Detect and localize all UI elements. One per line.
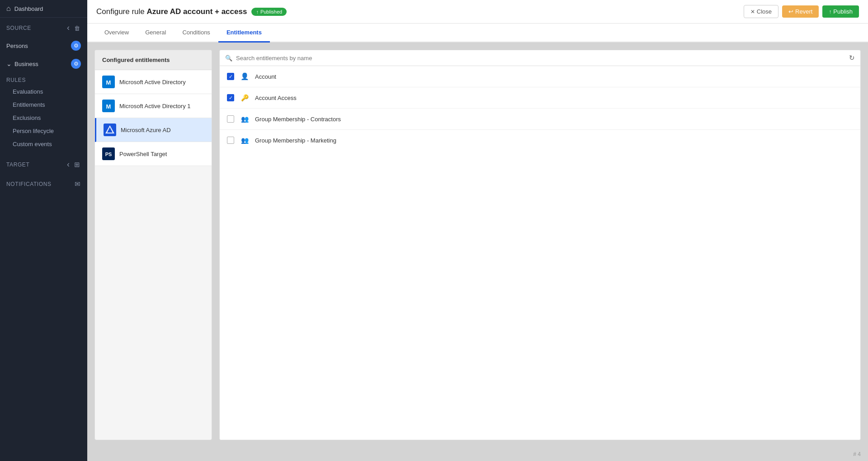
group-marketing-icon: 👥: [240, 135, 250, 145]
tab-general[interactable]: General: [137, 24, 174, 43]
entitlement-row-account-access: 🔑 Account Access: [220, 87, 860, 109]
home-icon: [6, 5, 11, 13]
entitlement-label-group-marketing: Group Membership - Marketing: [255, 137, 336, 144]
search-icon: [225, 54, 232, 62]
powershell-icon: PS: [102, 147, 115, 160]
tabs-bar: Overview General Conditions Entitlements: [87, 24, 868, 43]
topbar: Configure rule Azure AD account + access…: [87, 0, 868, 24]
configured-entitlements-header: Configured entitlements: [95, 50, 212, 70]
tab-conditions[interactable]: Conditions: [174, 24, 218, 43]
refresh-button[interactable]: [849, 54, 855, 62]
search-input[interactable]: [236, 55, 845, 62]
business-gear-btn[interactable]: [71, 59, 81, 69]
chevron-down-icon: [6, 60, 12, 67]
publish-upload-icon: ↑: [829, 9, 831, 15]
main-content: Configure rule Azure AD account + access…: [87, 0, 868, 461]
entitlement-checkbox-group-marketing[interactable]: [227, 137, 234, 144]
entitlement-checkbox-account-access[interactable]: [227, 94, 234, 101]
sidebar: Dashboard Source Persons Business: [0, 0, 87, 461]
svg-text:PS: PS: [105, 152, 112, 157]
source-item-microsoft-ad[interactable]: M Microsoft Active Directory: [95, 70, 212, 94]
tab-overview[interactable]: Overview: [96, 24, 137, 43]
upload-icon: ↑: [256, 9, 259, 14]
sidebar-dashboard-label: Dashboard: [14, 5, 43, 12]
sidebar-target-header: Target: [0, 154, 87, 174]
search-bar-container: [220, 50, 860, 66]
trash-icon: [74, 24, 80, 32]
sidebar-source-trash-btn[interactable]: [73, 24, 81, 33]
configured-entitlements-panel: Configured entitlements M Microsoft Acti…: [94, 50, 212, 440]
sidebar-item-custom-events[interactable]: Custom events: [0, 138, 87, 151]
source-item-powershell[interactable]: PS PowerShell Target: [95, 142, 212, 166]
sidebar-persons-label: Persons: [6, 43, 28, 49]
topbar-right: Close Revert ↑ Publish: [744, 5, 859, 18]
sidebar-rules-label: Rules: [0, 73, 87, 85]
persons-gear-btn[interactable]: [71, 41, 81, 51]
sidebar-item-exclusions[interactable]: Exclusions: [0, 111, 87, 124]
target-chevron-left-icon: [67, 161, 70, 168]
entitlements-right-panel: 👤 Account 🔑 Account Access 👥: [219, 50, 861, 440]
refresh-icon: [849, 54, 855, 62]
account-access-key-icon: 🔑: [240, 93, 250, 103]
status-badge: ↑ Published: [251, 8, 287, 16]
svg-text:M: M: [106, 103, 111, 110]
account-person-icon: 👤: [240, 71, 250, 81]
sidebar-item-entitlements[interactable]: Entitlements: [0, 98, 87, 111]
entitlement-row-group-marketing: 👥 Group Membership - Marketing: [220, 130, 860, 151]
mail-icon: [75, 180, 81, 188]
chevron-left-icon: [67, 24, 70, 32]
entitlements-list: 👤 Account 🔑 Account Access 👥: [220, 66, 860, 440]
sidebar-source-collapse-btn[interactable]: [66, 22, 71, 33]
page-title: Configure rule Azure AD account + access: [96, 7, 247, 16]
revert-icon: [788, 8, 793, 15]
revert-button[interactable]: Revert: [782, 5, 819, 18]
entitlement-label-group-contractors: Group Membership - Contractors: [255, 116, 341, 123]
sidebar-item-persons[interactable]: Persons: [0, 37, 87, 54]
sidebar-item-dashboard[interactable]: Dashboard: [0, 0, 87, 18]
entitlement-label-account: Account: [255, 73, 276, 80]
sidebar-item-person-lifecycle[interactable]: Person lifecycle: [0, 124, 87, 138]
topbar-left: Configure rule Azure AD account + access…: [96, 7, 287, 16]
sidebar-notifications-header[interactable]: Notifications: [0, 176, 87, 192]
sidebar-item-business[interactable]: Business: [0, 54, 87, 73]
cog-icon: [74, 43, 79, 49]
page-number: # 4: [853, 451, 861, 457]
sidebar-source-label: Source: [6, 25, 31, 31]
entitlement-row-account: 👤 Account: [220, 66, 860, 87]
mad-icon-1: M: [102, 100, 115, 112]
entitlement-label-account-access: Account Access: [255, 95, 297, 101]
close-button[interactable]: Close: [744, 5, 778, 18]
source-item-microsoft-azure-ad[interactable]: Microsoft Azure AD: [95, 118, 212, 142]
sidebar-item-evaluations[interactable]: Evaluations: [0, 85, 87, 98]
tab-entitlements[interactable]: Entitlements: [218, 24, 270, 43]
sidebar-notifications-label: Notifications: [6, 181, 52, 187]
business-cog-icon: [74, 61, 79, 67]
entitlement-row-group-contractors: 👥 Group Membership - Contractors: [220, 109, 860, 130]
svg-text:M: M: [106, 79, 111, 86]
sidebar-target-grid-btn[interactable]: [73, 160, 81, 170]
entitlement-checkbox-account[interactable]: [227, 73, 234, 80]
mad-icon: M: [102, 76, 115, 88]
sidebar-target-collapse-btn[interactable]: [66, 159, 71, 170]
sidebar-business-label: Business: [14, 61, 38, 67]
entitlement-checkbox-group-contractors[interactable]: [227, 115, 234, 123]
sidebar-source-header: Source: [0, 18, 87, 37]
content-area: Configured entitlements M Microsoft Acti…: [87, 43, 868, 447]
azure-ad-icon: [104, 124, 116, 136]
source-item-microsoft-ad-1[interactable]: M Microsoft Active Directory 1: [95, 94, 212, 118]
footer: # 4: [87, 447, 868, 461]
group-contractors-icon: 👥: [240, 114, 250, 124]
grid-icon: [74, 161, 80, 168]
sidebar-target-label: Target: [6, 162, 29, 168]
publish-button[interactable]: ↑ Publish: [822, 5, 859, 18]
close-x-icon: [750, 8, 755, 15]
